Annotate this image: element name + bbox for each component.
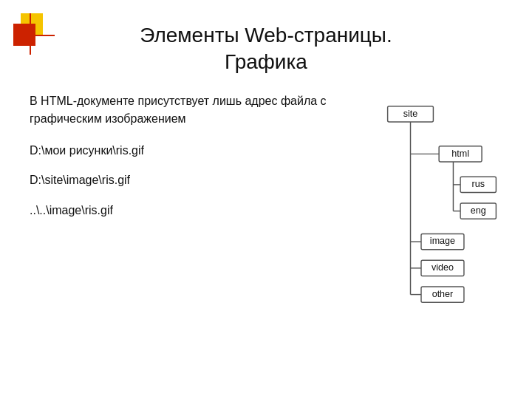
tree-diagram: site html rus eng image video other — [340, 100, 502, 310]
decoration — [13, 13, 52, 52]
path-item-0: D:\мои рисунки\ris.gif — [30, 143, 332, 159]
content-area: В HTML-документе присутствует лишь адрес… — [30, 92, 502, 310]
deco-line-vertical — [30, 13, 31, 55]
deco-line-horizontal — [13, 35, 55, 36]
title-line1: Элементы Web-страницы. — [140, 24, 392, 47]
node-site-label: site — [403, 108, 418, 118]
title-line2: Графика — [225, 50, 307, 73]
node-rus-label: rus — [472, 179, 485, 189]
node-video-label: video — [432, 262, 454, 273]
path-item-2: ..\..\image\ris.gif — [30, 202, 332, 219]
node-eng-label: eng — [471, 205, 486, 216]
node-html-label: html — [451, 148, 469, 158]
path-item-1: D:\site\image\ris.gif — [30, 172, 332, 188]
node-image-label: image — [430, 236, 455, 246]
slide: Элементы Web-страницы. Графика В HTML-до… — [0, 0, 532, 399]
node-other-label: other — [432, 289, 454, 299]
description-text: В HTML-документе присутствует лишь адрес… — [30, 92, 332, 128]
left-column: В HTML-документе присутствует лишь адрес… — [30, 92, 340, 232]
slide-title: Элементы Web-страницы. Графика — [30, 15, 502, 76]
tree-svg: site html rus eng image video other — [340, 100, 502, 307]
